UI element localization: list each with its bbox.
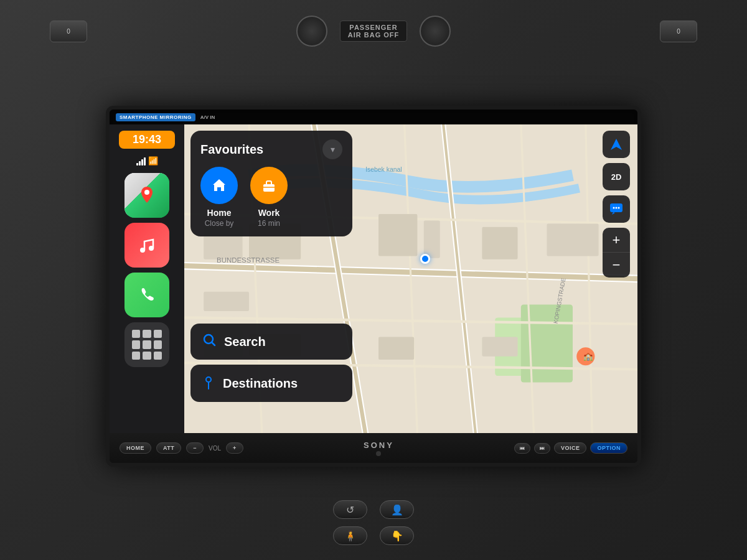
svg-point-0 bbox=[144, 190, 149, 195]
svg-rect-21 bbox=[204, 292, 249, 311]
seat-cool-btn-1[interactable]: 🧍 bbox=[333, 526, 367, 545]
maps-logo bbox=[136, 184, 158, 207]
svg-rect-23 bbox=[424, 220, 440, 258]
grid-dot bbox=[154, 352, 162, 360]
home-button[interactable]: HOME bbox=[120, 442, 151, 454]
svg-point-43 bbox=[616, 207, 618, 209]
svg-text:Isebek kanal: Isebek kanal bbox=[365, 166, 402, 173]
work-label: Work bbox=[258, 208, 280, 218]
home-icon bbox=[200, 167, 238, 204]
seat-icon-1: ↺ bbox=[346, 504, 354, 516]
svg-point-42 bbox=[613, 207, 615, 209]
svg-point-2 bbox=[149, 246, 154, 251]
svg-rect-29 bbox=[482, 337, 517, 357]
top-controls: 0 PASSENGER AIR BAG OFF 0 bbox=[0, 0, 747, 62]
zoom-in-button[interactable]: + bbox=[603, 228, 630, 253]
favourites-row: Home Close by bbox=[200, 167, 342, 228]
signal-bar-3 bbox=[141, 159, 143, 166]
view-2d-button[interactable]: 2D bbox=[603, 163, 630, 190]
car-body: 0 PASSENGER AIR BAG OFF 0 SMARTPHONE MIR… bbox=[0, 0, 747, 560]
vent-knob-right[interactable]: 0 bbox=[660, 21, 697, 42]
panel-title: Favourites bbox=[200, 142, 263, 157]
bottom-row-2: 🧍 👇 bbox=[258, 526, 489, 545]
seat-icon-2: 👤 bbox=[391, 504, 403, 516]
carplay-screen: 19:43 📶 bbox=[110, 124, 637, 433]
favourite-home[interactable]: Home Close by bbox=[200, 167, 238, 228]
svg-point-39 bbox=[206, 377, 211, 382]
work-sublabel: 16 min bbox=[258, 219, 280, 228]
search-icon bbox=[202, 332, 217, 351]
svg-rect-22 bbox=[378, 214, 417, 256]
destinations-label: Destinations bbox=[223, 376, 298, 391]
sony-controls-left: HOME ATT − VOL + bbox=[120, 442, 243, 454]
svg-text:🏫: 🏫 bbox=[583, 352, 593, 362]
location-arrow-button[interactable] bbox=[603, 131, 630, 158]
sony-brand: SONY bbox=[364, 441, 394, 450]
grid-dot bbox=[132, 352, 140, 360]
signal-bar-4 bbox=[144, 157, 146, 166]
panel-chevron-button[interactable]: ▾ bbox=[322, 139, 342, 159]
time-display: 19:43 bbox=[119, 131, 175, 149]
zoom-controls: + − bbox=[603, 228, 630, 278]
sony-indicator bbox=[376, 451, 381, 456]
seat-heat-btn-1[interactable]: ↺ bbox=[333, 500, 367, 519]
location-arrow-icon bbox=[609, 138, 623, 151]
voice-button[interactable]: VOICE bbox=[554, 442, 587, 454]
svg-point-44 bbox=[618, 207, 620, 209]
sidebar: 19:43 📶 bbox=[110, 124, 184, 433]
svg-point-1 bbox=[140, 248, 145, 253]
app-icon-music[interactable] bbox=[125, 223, 169, 268]
grid-dot bbox=[154, 330, 162, 338]
zoom-out-button[interactable]: − bbox=[603, 253, 630, 278]
action-buttons: Search Destinations bbox=[190, 324, 352, 402]
att-button[interactable]: ATT bbox=[156, 442, 181, 454]
home-sublabel: Close by bbox=[205, 219, 234, 228]
app-icon-phone[interactable] bbox=[125, 273, 169, 317]
wifi-icon: 📶 bbox=[148, 156, 158, 166]
vol-plus-button[interactable]: + bbox=[226, 442, 243, 454]
avin-badge: A/V IN bbox=[200, 114, 215, 120]
svg-rect-24 bbox=[482, 227, 517, 259]
home-label: Home bbox=[207, 208, 232, 218]
chat-icon bbox=[609, 202, 624, 217]
phone-logo bbox=[136, 284, 158, 306]
vent-knob-left[interactable]: 0 bbox=[50, 21, 87, 42]
sony-center: SONY bbox=[364, 441, 394, 456]
mirroring-badge: SMARTPHONE MIRRORING bbox=[116, 113, 195, 121]
vent-dial-right[interactable] bbox=[420, 16, 451, 47]
music-logo bbox=[136, 234, 158, 256]
prev-button[interactable]: ⏮ bbox=[514, 443, 530, 454]
svg-rect-35 bbox=[263, 184, 275, 192]
vol-label: VOL bbox=[209, 445, 221, 452]
map-controls: 2D + bbox=[603, 131, 630, 278]
search-label: Search bbox=[224, 335, 266, 349]
favourite-work[interactable]: Work 16 min bbox=[250, 167, 288, 228]
signal-bars bbox=[136, 157, 146, 166]
grid-dot bbox=[143, 330, 151, 338]
favourites-panel: Favourites ▾ Ho bbox=[190, 131, 352, 236]
search-button[interactable]: Search bbox=[190, 324, 352, 360]
map-area: BUNDESSTRASSE KOPINGSTRADE 🏫 Isebek kana… bbox=[184, 124, 637, 433]
screen-unit: SMARTPHONE MIRRORING A/V IN 19:43 📶 bbox=[106, 106, 641, 467]
seat-cool-btn-2[interactable]: 👇 bbox=[380, 526, 414, 545]
vent-number-left: 0 bbox=[67, 28, 70, 35]
grid-dot bbox=[154, 340, 162, 348]
destinations-button[interactable]: Destinations bbox=[190, 365, 352, 402]
status-bar: SMARTPHONE MIRRORING A/V IN bbox=[110, 110, 637, 124]
seat-heat-btn-2[interactable]: 👤 bbox=[380, 500, 414, 519]
vent-number-right: 0 bbox=[677, 28, 680, 35]
info-button[interactable] bbox=[603, 195, 630, 223]
signal-wifi: 📶 bbox=[136, 156, 158, 166]
vol-minus-button[interactable]: − bbox=[186, 442, 204, 454]
vent-dial-left[interactable] bbox=[296, 16, 327, 47]
bottom-row-1: ↺ 👤 bbox=[258, 500, 489, 519]
next-button[interactable]: ⏭ bbox=[534, 443, 550, 454]
destinations-icon bbox=[202, 373, 215, 393]
app-icon-maps[interactable] bbox=[125, 173, 169, 218]
grid-dot bbox=[132, 340, 140, 348]
seat-icon-3: 🧍 bbox=[344, 530, 357, 542]
user-location-dot bbox=[420, 254, 430, 264]
app-icon-grid[interactable] bbox=[125, 322, 169, 367]
option-button[interactable]: OPTION bbox=[590, 442, 627, 454]
svg-rect-28 bbox=[378, 337, 414, 360]
